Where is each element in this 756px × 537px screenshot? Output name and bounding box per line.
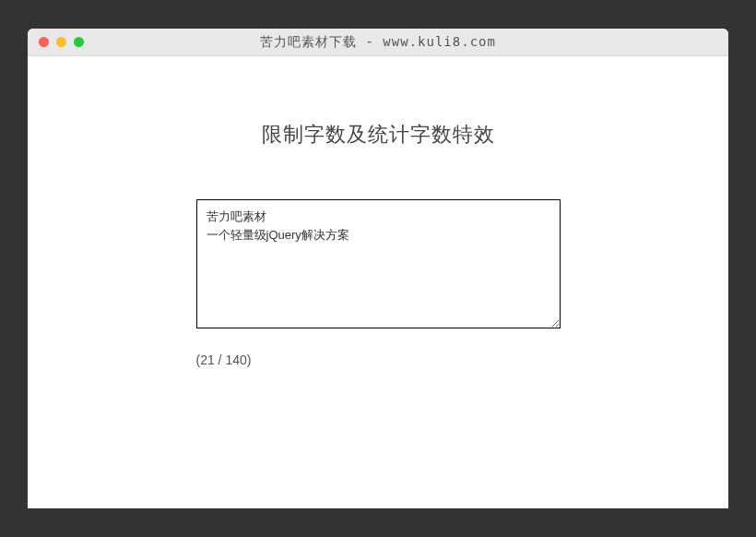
close-icon[interactable] bbox=[39, 37, 49, 47]
app-window: 苦力吧素材下载 - www.kuli8.com 限制字数及统计字数特效 (21 … bbox=[28, 29, 728, 508]
minimize-icon[interactable] bbox=[56, 37, 66, 47]
maximize-icon[interactable] bbox=[74, 37, 84, 47]
content-area: 限制字数及统计字数特效 (21 / 140) bbox=[28, 56, 728, 508]
char-counter: (21 / 140) bbox=[196, 352, 561, 367]
textarea-container: (21 / 140) bbox=[196, 199, 561, 367]
window-controls bbox=[28, 37, 84, 47]
page-title: 限制字数及统计字数特效 bbox=[262, 121, 495, 149]
window-title: 苦力吧素材下载 - www.kuli8.com bbox=[28, 34, 728, 51]
titlebar: 苦力吧素材下载 - www.kuli8.com bbox=[28, 29, 728, 56]
char-limit-textarea[interactable] bbox=[196, 199, 561, 328]
